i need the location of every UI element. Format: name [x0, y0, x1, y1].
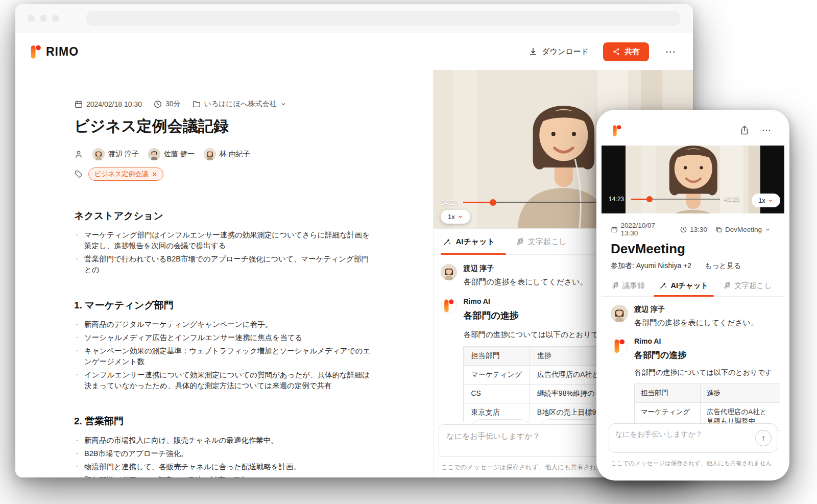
share-nodes-icon — [612, 47, 620, 56]
participant[interactable]: 渡辺 淳子 — [92, 148, 139, 160]
chat-input-box: ↑ — [609, 423, 777, 453]
more-menu-button[interactable]: ⋯ — [760, 123, 774, 138]
bullet-item: ・B2B市場でのアプローチ強化。 — [74, 448, 373, 459]
video-frame-image — [626, 146, 760, 213]
rimo-ai-avatar — [441, 297, 457, 314]
sender-name: 渡辺 淳子 — [634, 305, 758, 314]
tab-label: AIチャット — [455, 237, 494, 247]
tab-label: AIチャット — [671, 281, 709, 291]
bullet-item: ・インフルエンサー連携について効果測定についての質問があったが、具体的な詳細は決… — [74, 370, 373, 391]
bullet-item: ・マーケティング部門はインフルエンサー連携の効果測定についてさらに詳細な計画を策… — [74, 230, 373, 251]
share-button[interactable]: 共有 — [603, 42, 649, 61]
calendar-icon — [74, 100, 83, 109]
ai-answer-heading: 各部門の進捗 — [634, 349, 780, 361]
chevron-down-icon[interactable] — [764, 226, 771, 233]
window-dot[interactable] — [52, 15, 59, 22]
document-area: 2024/02/18 10:30 30分 いろはにほへ株式会社 — [15, 70, 433, 477]
playback-speed-button[interactable]: 1x — [752, 194, 780, 207]
rimo-logo-icon — [30, 43, 42, 60]
meta-duration: 30分 — [153, 100, 181, 109]
progress-knob[interactable] — [646, 196, 653, 202]
section-bullets: ・新商品のデジタルマーケティングキャンペーンに着手。 ・ソーシャルメディア広告と… — [74, 319, 373, 391]
meta-workspace[interactable]: いろはにほへ株式会社 — [192, 100, 287, 109]
participant[interactable]: 佐藤 健一 — [148, 148, 195, 160]
bullet-item: ・ソーシャルメディア広告とインフルエンサー連携に焦点を当てる — [74, 332, 373, 343]
playback-time: 14:23 — [441, 199, 458, 206]
desktop-browser-window: RIMO ダウンロード 共有 ⋯ — [15, 4, 693, 477]
tag-icon — [74, 170, 83, 179]
mobile-video-player[interactable]: 14:23 43:23 1x — [602, 146, 784, 213]
tab-label: 議事録 — [622, 281, 645, 291]
music-note-icon — [515, 237, 524, 246]
avatar — [441, 264, 457, 280]
table-header: 担当部門 — [464, 347, 530, 366]
chevron-down-icon — [457, 213, 464, 220]
copy-folder-icon — [715, 226, 723, 233]
see-more-link[interactable]: もっと見る — [705, 261, 741, 271]
participants-row: 渡辺 淳子 佐藤 健一 — [74, 148, 397, 160]
chevron-down-icon[interactable] — [280, 101, 287, 108]
window-dot[interactable] — [28, 15, 35, 22]
avatar — [611, 305, 628, 322]
avatar — [204, 148, 216, 160]
playback-time-current: 14:23 — [609, 196, 624, 203]
participant[interactable]: 林 由紀子 — [204, 148, 250, 160]
meeting-meta: 2024/02/18 10:30 30分 いろはにほへ株式会社 — [74, 100, 397, 109]
tab-label: 文字起こし — [528, 237, 567, 247]
address-bar[interactable] — [86, 11, 681, 26]
mobile-screen: ⋯ — [602, 115, 784, 475]
tab-transcript[interactable]: 文字起こし — [515, 237, 567, 247]
tab-minutes[interactable]: 議事録 — [611, 281, 645, 291]
ai-wand-icon — [659, 281, 667, 290]
send-button[interactable]: ↑ — [755, 430, 772, 446]
message-text: 各部門の進捗を表にしてください。 — [634, 318, 758, 328]
tag-close-icon[interactable]: ✕ — [152, 171, 157, 178]
mobile-device: ⋯ — [596, 110, 789, 481]
more-menu-button[interactable]: ⋯ — [663, 43, 679, 60]
sender-name: 渡辺 淳子 — [463, 264, 587, 273]
meta-workspace[interactable]: DevMeeting — [715, 226, 771, 233]
sender-name: Rimo AI — [634, 337, 780, 345]
chat-message-user: 渡辺 淳子 各部門の進捗を表にしてください。 — [611, 305, 775, 328]
progress-bar[interactable] — [631, 199, 720, 200]
page-title: DevMeeting — [611, 241, 775, 257]
person-icon — [74, 150, 83, 159]
meeting-meta: 2022/10/07 13:30 13:30 DevMeeting — [611, 222, 775, 237]
music-note-icon — [723, 281, 731, 290]
ai-wand-icon — [443, 237, 451, 246]
share-label: 共有 — [624, 47, 640, 57]
tab-transcript[interactable]: 文字起こし — [723, 281, 772, 291]
page-title: ビジネス定例会議記録 — [74, 116, 397, 137]
section-bullets: ・マーケティング部門はインフルエンサー連携の効果測定についてさらに詳細な計画を策… — [74, 230, 373, 275]
chat-disclaimer: ここでのメッセージは保存されず、他人にも共有されません — [441, 463, 616, 472]
bullet-item: ・新商品の市場投入に向け、販売チャネルの最適化作業中。 — [74, 435, 373, 446]
window-dot[interactable] — [40, 15, 47, 22]
share-ios-icon[interactable] — [739, 125, 750, 135]
clock-icon — [153, 100, 162, 109]
tab-ai-chat[interactable]: AIチャット — [443, 237, 494, 247]
bullet-item: ・新商品のデジタルマーケティングキャンペーンに着手。 — [74, 319, 373, 330]
participants-label: 参加者: Ayumi Nishiya +2 — [611, 261, 691, 271]
rimo-logo[interactable]: RIMO — [30, 43, 79, 60]
playback-time-total: 43:23 — [724, 196, 739, 203]
avatar — [148, 148, 160, 160]
section-bullets: ・新商品の市場投入に向け、販売チャネルの最適化作業中。 ・B2B市場でのアプロー… — [74, 435, 373, 477]
tag-pill[interactable]: ビジネス定例会議 ✕ — [88, 167, 163, 181]
mobile-header: ⋯ — [602, 115, 784, 146]
canvas: RIMO ダウンロード 共有 ⋯ — [0, 0, 817, 504]
playback-speed-button[interactable]: 1x — [441, 210, 470, 224]
download-button[interactable]: ダウンロード — [528, 47, 589, 57]
participant-name: 佐藤 健一 — [164, 150, 195, 159]
tab-ai-chat[interactable]: AIチャット — [659, 281, 709, 291]
message-text: 各部門の進捗を表にしてください。 — [463, 277, 587, 287]
chevron-down-icon — [767, 198, 774, 204]
tag-row: ビジネス定例会議 ✕ — [74, 167, 397, 181]
chat-input[interactable] — [609, 424, 743, 452]
window-controls[interactable] — [28, 15, 59, 22]
rimo-logo-icon[interactable] — [612, 124, 622, 137]
bullet-item: ・キャンペーン効果の測定基準：ウェブトラフィック増加とソーシャルメディアでのエン… — [74, 346, 373, 367]
chat-disclaimer: ここでのメッセージは保存されず、他人にも共有されません — [611, 460, 772, 467]
table-header: 進捗 — [701, 384, 780, 403]
music-note-icon — [611, 281, 619, 290]
section-heading: 2. 営業部門 — [74, 415, 397, 428]
